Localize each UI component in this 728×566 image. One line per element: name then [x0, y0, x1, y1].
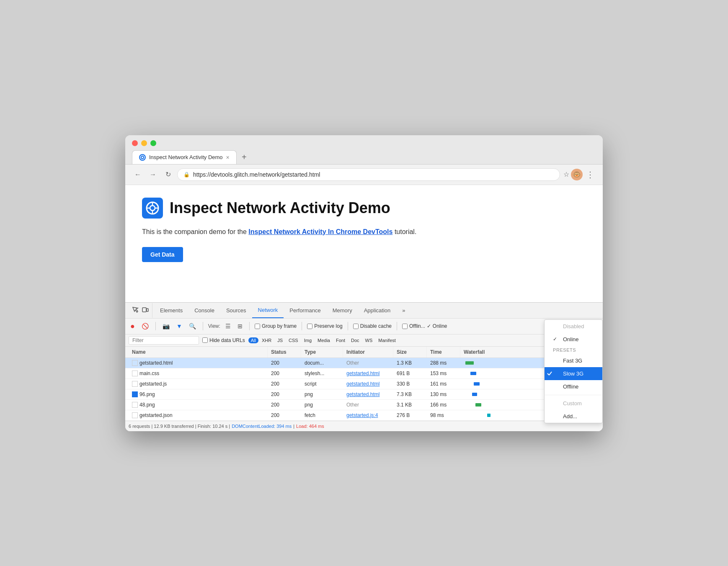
dropdown-divider — [545, 395, 602, 395]
cell-type: png — [301, 389, 343, 399]
file-icon — [132, 381, 138, 387]
filter-tag-all[interactable]: All — [248, 337, 258, 343]
tab-network[interactable]: Network — [252, 303, 284, 318]
cell-time: 288 ms — [427, 358, 460, 368]
browser-tab[interactable]: Inspect Network Activity Demo × — [132, 150, 237, 164]
preserve-log-checkbox[interactable]: Preserve log — [307, 323, 342, 329]
filter-tag-media[interactable]: Media — [315, 337, 333, 343]
dropdown-fast3g[interactable]: Fast 3G — [545, 354, 602, 367]
screenshot-button[interactable]: 📷 — [161, 322, 171, 330]
cell-status: 200 — [268, 379, 301, 389]
dropdown-disabled: Disabled — [545, 320, 602, 333]
filter-tag-ws[interactable]: WS — [363, 337, 375, 343]
devtools-link[interactable]: Inspect Network Activity In Chrome DevTo… — [248, 228, 392, 235]
tab-close-button[interactable]: × — [226, 154, 230, 161]
cell-time: 166 ms — [427, 400, 460, 410]
offline-checkbox[interactable]: Offlin... — [402, 323, 425, 329]
cell-initiator[interactable]: getstarted.html — [343, 368, 393, 378]
table-row[interactable]: 48.png 200 png Other 3.1 KB 166 ms — [125, 400, 603, 410]
hide-data-urls-checkbox[interactable]: Hide data URLs — [202, 337, 245, 343]
table-row[interactable]: getstarted.js 200 script getstarted.html… — [125, 379, 603, 389]
offline-area[interactable]: Offlin... ✓ Online — [402, 323, 447, 329]
filter-tag-js[interactable]: JS — [275, 337, 285, 343]
clear-button[interactable]: 🚫 — [140, 322, 150, 330]
cell-name: 96.png — [129, 389, 268, 399]
address-input[interactable]: 🔒 https://devtools.glitch.me/network/get… — [177, 168, 560, 181]
description-suffix: tutorial. — [392, 228, 416, 235]
close-button[interactable] — [132, 140, 138, 146]
forward-button[interactable]: → — [147, 169, 159, 180]
cell-status: 200 — [268, 358, 301, 368]
filter-tag-font[interactable]: Font — [333, 337, 348, 343]
devtools-panel: Elements Console Sources Network Perform… — [125, 302, 603, 431]
dropdown-offline[interactable]: Offline — [545, 380, 602, 393]
device-toolbar-icon[interactable] — [142, 306, 149, 314]
table-row[interactable]: getstarted.html 200 docum... Other 1.3 K… — [125, 358, 603, 368]
filter-tag-xhr[interactable]: XHR — [259, 337, 274, 343]
disable-cache-checkbox[interactable]: Disable cache — [353, 323, 392, 329]
tab-more[interactable]: » — [396, 303, 411, 318]
profile-avatar[interactable]: 🐵 — [571, 169, 583, 180]
filter-tag-img[interactable]: Img — [302, 337, 314, 343]
menu-button[interactable]: ⋮ — [584, 168, 596, 181]
cell-size: 691 B — [393, 368, 427, 378]
header-type[interactable]: Type — [301, 347, 343, 358]
cell-initiator[interactable]: getstarted.html — [343, 379, 393, 389]
table-row[interactable]: 96.png 200 png getstarted.html 7.3 KB 13… — [125, 389, 603, 400]
table-row[interactable]: main.css 200 stylesh... getstarted.html … — [125, 368, 603, 379]
file-icon — [132, 402, 138, 408]
back-button[interactable]: ← — [132, 169, 144, 180]
tab-performance[interactable]: Performance — [284, 303, 326, 318]
dropdown-online[interactable]: ✓ Online — [545, 333, 602, 346]
search-button[interactable]: 🔍 — [187, 322, 198, 330]
filter-input[interactable] — [129, 336, 199, 345]
toolbar-right: ☆ 🐵 ⋮ — [563, 168, 596, 181]
minimize-button[interactable] — [141, 140, 147, 146]
header-time[interactable]: Time — [427, 347, 460, 358]
title-bar: Inspect Network Activity Demo × + — [125, 135, 603, 165]
image-icon — [132, 391, 138, 397]
header-status[interactable]: Status — [268, 347, 301, 358]
dropdown-slow3g[interactable]: Slow 3G — [545, 367, 602, 380]
filter-tag-manifest[interactable]: Manifest — [376, 337, 398, 343]
cell-initiator: Other — [343, 400, 393, 410]
description-prefix: This is the companion demo for the — [142, 228, 248, 235]
filter-tag-doc[interactable]: Doc — [349, 337, 362, 343]
tab-sources[interactable]: Sources — [220, 303, 252, 318]
status-bar: 6 requests | 12.9 KB transferred | Finis… — [125, 421, 603, 431]
tab-application[interactable]: Application — [358, 303, 397, 318]
filter-button[interactable]: ▼ — [175, 322, 184, 330]
record-button[interactable]: ● — [129, 321, 137, 332]
tab-elements[interactable]: Elements — [154, 303, 188, 318]
dropdown-add[interactable]: Add... — [545, 410, 602, 423]
tree-view-button[interactable]: ⊞ — [236, 322, 244, 330]
get-data-button[interactable]: Get Data — [142, 247, 183, 262]
cell-size: 330 B — [393, 379, 427, 389]
table-row[interactable]: getstarted.json 200 fetch getstarted.js:… — [125, 410, 603, 421]
network-table: Name Status Type Initiator Size Time Wat… — [125, 347, 603, 421]
refresh-button[interactable]: ↻ — [162, 169, 174, 180]
cell-initiator[interactable]: getstarted.html — [343, 389, 393, 399]
list-view-button[interactable]: ☰ — [224, 322, 232, 330]
group-by-frame-checkbox[interactable]: Group by frame — [255, 323, 297, 329]
status-separator: | — [293, 424, 294, 429]
new-tab-button[interactable]: + — [238, 152, 250, 163]
inspect-element-icon[interactable] — [132, 306, 139, 314]
tab-console[interactable]: Console — [188, 303, 220, 318]
bookmark-icon[interactable]: ☆ — [563, 170, 569, 178]
url-text: https://devtools.glitch.me/network/getst… — [193, 171, 554, 178]
throttle-value[interactable]: Online — [433, 323, 447, 329]
header-name[interactable]: Name — [129, 347, 268, 358]
tab-memory[interactable]: Memory — [327, 303, 358, 318]
traffic-lights — [132, 140, 596, 146]
header-size[interactable]: Size — [393, 347, 427, 358]
maximize-button[interactable] — [150, 140, 156, 146]
devtools-icon-group — [129, 303, 152, 318]
cell-initiator[interactable]: getstarted.js:4 — [343, 410, 393, 420]
file-icon — [132, 370, 138, 376]
browser-window: Inspect Network Activity Demo × + ← → ↻ … — [125, 135, 603, 431]
load-time: Load: 464 ms — [296, 424, 324, 429]
header-initiator[interactable]: Initiator — [343, 347, 393, 358]
filter-tag-css[interactable]: CSS — [286, 337, 301, 343]
page-heading: Inspect Network Activity Demo — [170, 199, 390, 217]
